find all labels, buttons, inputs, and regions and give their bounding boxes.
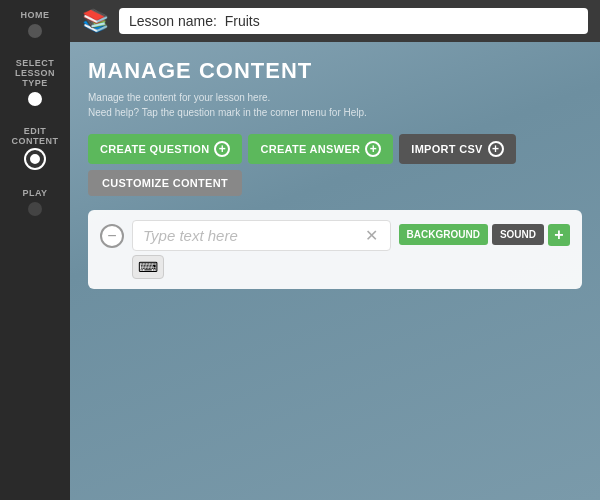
customize-content-label: CUSTOMIZE CONTENT — [102, 177, 228, 189]
background-button[interactable]: BACKGROUND — [399, 224, 488, 245]
sidebar-dot-select — [28, 92, 42, 106]
sidebar-dot-play — [28, 202, 42, 216]
clear-text-button[interactable]: ✕ — [363, 228, 380, 244]
text-input-row: Type text here ✕ — [132, 220, 391, 251]
create-question-button[interactable]: CREATE QUESTION + — [88, 134, 242, 164]
main-content: 📚 MANAGE CONTENT Manage the content for … — [70, 0, 600, 500]
create-answer-label: CREATE ANSWER — [260, 143, 360, 155]
sidebar: HOME SELECT LESSON TYPE EDIT CONTENT PLA… — [0, 0, 70, 500]
keyboard-button[interactable]: ⌨ — [132, 255, 164, 279]
sidebar-item-play[interactable]: PLAY — [0, 188, 70, 216]
customize-content-button[interactable]: CUSTOMIZE CONTENT — [88, 170, 242, 196]
content-area: MANAGE CONTENT Manage the content for yo… — [70, 42, 600, 305]
create-answer-icon: + — [365, 141, 381, 157]
text-placeholder: Type text here — [143, 227, 357, 244]
sound-button[interactable]: SOUND — [492, 224, 544, 245]
card-action-buttons: BACKGROUND SOUND + — [399, 224, 570, 246]
create-answer-button[interactable]: CREATE ANSWER + — [248, 134, 393, 164]
sidebar-label-home: HOME — [21, 10, 50, 20]
page-title: MANAGE CONTENT — [88, 58, 582, 84]
lesson-name-input[interactable] — [119, 8, 588, 34]
import-csv-label: IMPORT CSV — [411, 143, 482, 155]
sidebar-item-home[interactable]: HOME — [0, 10, 70, 38]
action-toolbar: CREATE QUESTION + CREATE ANSWER + IMPORT… — [88, 134, 582, 196]
keyboard-button-row: ⌨ — [132, 255, 391, 279]
remove-item-button[interactable]: − — [100, 224, 124, 248]
sidebar-dot-home — [28, 24, 42, 38]
text-input-area: Type text here ✕ ⌨ — [132, 220, 391, 279]
page-subtitle: Manage the content for your lesson here.… — [88, 90, 582, 120]
sidebar-label-edit: EDIT CONTENT — [12, 126, 59, 146]
create-question-icon: + — [214, 141, 230, 157]
create-question-label: CREATE QUESTION — [100, 143, 209, 155]
sidebar-label-select: SELECT LESSON TYPE — [15, 58, 55, 88]
import-csv-icon: + — [488, 141, 504, 157]
lesson-icon: 📚 — [82, 10, 109, 32]
add-content-button[interactable]: + — [548, 224, 570, 246]
sidebar-item-select-lesson[interactable]: SELECT LESSON TYPE — [0, 58, 70, 106]
topbar: 📚 — [70, 0, 600, 42]
sidebar-dot-edit — [26, 150, 44, 168]
content-card: − Type text here ✕ ⌨ BACKGROUND SOUND + — [88, 210, 582, 289]
import-csv-button[interactable]: IMPORT CSV + — [399, 134, 515, 164]
sidebar-item-edit-content[interactable]: EDIT CONTENT — [0, 126, 70, 168]
sidebar-label-play: PLAY — [22, 188, 47, 198]
